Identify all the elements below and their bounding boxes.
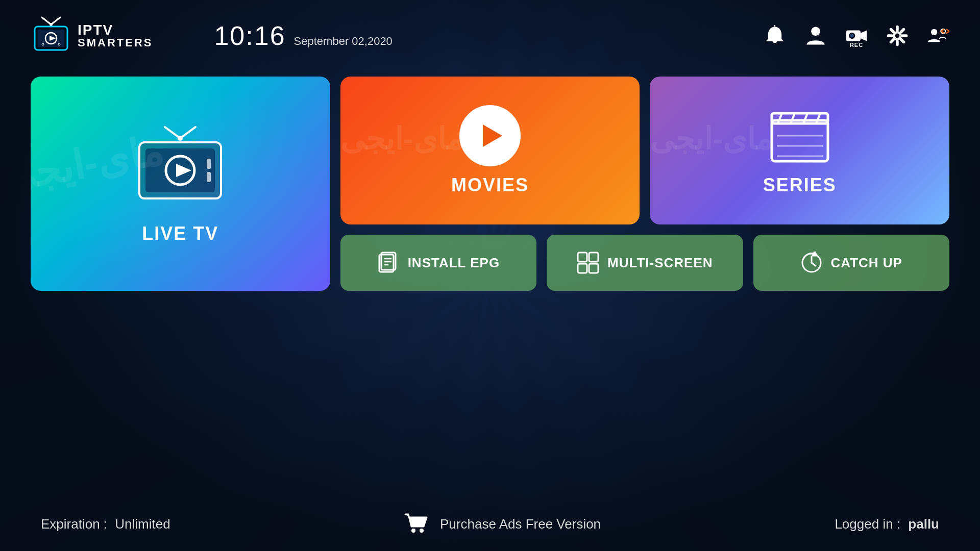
svg-line-22 [891,30,894,32]
svg-line-42 [803,113,807,123]
live-tv-card[interactable]: مای-ایجی LIVE TV [31,77,330,291]
svg-marker-35 [176,164,191,177]
svg-rect-36 [207,159,211,169]
svg-rect-32 [139,142,221,198]
bottom-row: INSTALL EPG MULTI-SCREEN [340,235,949,291]
movies-label: MOVIES [451,174,529,196]
svg-point-61 [420,529,424,533]
rec-label: REC [850,42,863,48]
catch-up-card[interactable]: CATCH UP [753,235,949,291]
install-epg-label: INSTALL EPG [408,255,500,271]
logo-tv-icon [31,15,71,56]
user-icon[interactable] [804,24,827,47]
catch-up-icon [800,252,823,274]
svg-line-58 [812,263,816,266]
svg-marker-59 [813,252,817,256]
logged-in-user: pallu [908,516,939,532]
series-card[interactable]: مای-ایجی SERIES [650,77,949,224]
logo-text: IPTV SMARTERS [78,23,153,48]
svg-point-31 [178,136,183,141]
watermark-series: مای-ایجی [650,121,772,157]
svg-point-60 [411,529,415,533]
svg-rect-55 [589,264,598,273]
main-grid: مای-ایجی LIVE TV مای-ایجی [0,77,980,291]
live-tv-icon [129,123,231,215]
svg-point-8 [58,43,60,45]
svg-line-29 [165,127,180,138]
header: IPTV SMARTERS 10:16 September 02,2020 [0,0,980,71]
svg-rect-33 [145,148,215,192]
rec-icon[interactable]: REC [845,24,868,47]
svg-point-34 [166,156,194,185]
svg-rect-52 [578,253,587,262]
cart-icon [404,512,430,536]
svg-line-18 [901,40,904,42]
multi-screen-icon [577,252,599,274]
logo-smarters-label: SMARTERS [78,37,153,48]
logged-in-info: Logged in : pallu [835,516,939,532]
live-tv-label: LIVE TV [142,223,218,244]
svg-line-24 [901,30,904,32]
svg-rect-54 [578,264,587,273]
settings-icon[interactable] [886,24,909,47]
svg-rect-37 [207,172,211,182]
logo: IPTV SMARTERS [31,15,153,56]
svg-rect-53 [589,253,598,262]
svg-point-7 [42,43,44,45]
svg-line-1 [51,17,60,24]
svg-line-40 [778,113,782,123]
time-display: 10:16 [214,20,285,51]
install-epg-icon [377,252,400,274]
svg-point-27 [931,29,937,35]
multi-screen-card[interactable]: MULTI-SCREEN [547,235,743,291]
purchase-button[interactable]: Purchase Ads Free Version [404,512,601,536]
svg-point-2 [50,23,53,26]
purchase-label[interactable]: Purchase Ads Free Version [440,516,601,532]
expiry-label: Expiration : Unlimited [41,516,170,532]
svg-rect-38 [772,120,828,161]
svg-line-30 [180,127,195,138]
footer: Expiration : Unlimited Purchase Ads Free… [0,512,980,536]
svg-line-43 [816,113,820,123]
watermark-movies: مای-ایجی [340,121,463,157]
svg-marker-12 [861,30,867,41]
header-icons: REC [764,24,949,47]
watermark-arabic: مای-ایجی [31,127,167,202]
svg-point-14 [850,34,854,37]
series-label: SERIES [763,174,837,196]
svg-line-41 [791,113,795,123]
bell-icon[interactable] [764,24,786,47]
catch-up-label: CATCH UP [831,255,902,271]
svg-point-10 [811,27,820,36]
svg-line-20 [891,40,894,42]
install-epg-card[interactable]: INSTALL EPG [340,235,536,291]
movies-card[interactable]: مای-ایجی MOVIES [340,77,640,224]
series-clapper-icon [767,105,833,166]
date-display: September 02,2020 [294,35,393,48]
movies-play-button [459,105,521,166]
logo-iptv-label: IPTV [78,23,153,37]
time-area: 10:16 September 02,2020 [214,20,392,51]
switch-user-icon[interactable] [927,24,949,47]
multi-screen-label: MULTI-SCREEN [607,255,713,271]
expiry-info: Expiration : Unlimited [41,516,170,532]
svg-line-0 [42,17,51,24]
